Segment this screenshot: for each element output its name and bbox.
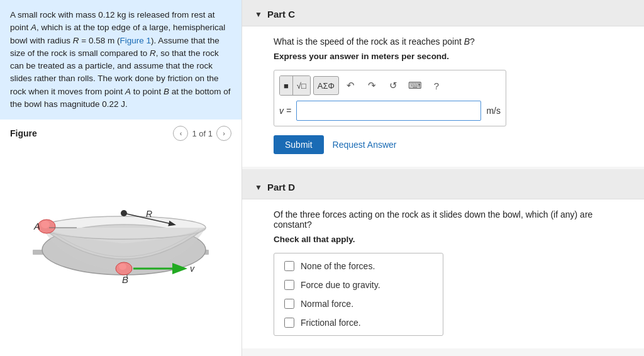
figure-diagram: A R	[14, 146, 228, 284]
check-item-none[interactable]: None of the forces.	[284, 261, 433, 271]
part-c-body: What is the speed of the rock as it reac…	[242, 26, 644, 167]
check-item-friction[interactable]: Frictional force.	[284, 318, 433, 328]
svg-text:R: R	[146, 209, 152, 219]
problem-text-box: A small rock with mass 0.12 kg is releas…	[0, 0, 242, 120]
right-panel: ▼ Part C What is the speed of the rock a…	[242, 0, 644, 356]
part-c-instruction: Express your answer in meters per second…	[274, 52, 631, 61]
reset-btn[interactable]: ↺	[384, 76, 403, 95]
left-panel: A small rock with mass 0.12 kg is releas…	[0, 0, 242, 356]
problem-text: A small rock with mass 0.12 kg is releas…	[10, 10, 230, 109]
variable-label: v =	[279, 106, 291, 116]
part-c-header: ▼ Part C	[242, 0, 644, 26]
part-c-section: ▼ Part C What is the speed of the rock a…	[242, 0, 644, 167]
redo-btn[interactable]: ↷	[363, 76, 382, 95]
figure-nav: ‹ 1 of 1 ›	[173, 126, 231, 141]
matrix-btn[interactable]: ■	[280, 76, 293, 95]
math-toolbar: ■ √□ ΑΣΦ ↶ ↷ ↺ ⌨ ?	[279, 75, 501, 96]
part-c-title: Part C	[267, 9, 295, 19]
request-answer-link[interactable]: Request Answer	[333, 140, 397, 150]
check-label-normal: Normal force.	[301, 299, 353, 309]
checkbox-none[interactable]	[284, 261, 294, 271]
fig-prev-button[interactable]: ‹	[173, 126, 188, 141]
part-c-question: What is the speed of the rock as it reac…	[274, 36, 631, 47]
sqrt-btn[interactable]: √□	[293, 76, 310, 95]
check-label-none: None of the forces.	[301, 261, 375, 271]
greek-btn[interactable]: ΑΣΦ	[313, 76, 339, 95]
fig-counter: 1 of 1	[192, 129, 213, 138]
keyboard-btn[interactable]: ⌨	[406, 76, 425, 95]
diagram-svg: A R	[14, 146, 228, 284]
help-btn[interactable]: ?	[427, 76, 446, 95]
check-item-gravity[interactable]: Force due to gravity.	[284, 280, 433, 290]
figure-area: Figure ‹ 1 of 1 ›	[0, 120, 242, 294]
svg-point-6	[41, 221, 50, 228]
fig-next-button[interactable]: ›	[216, 126, 231, 141]
svg-point-13	[119, 264, 126, 270]
figure-label: Figure	[10, 128, 37, 138]
check-label-friction: Frictional force.	[301, 318, 361, 328]
svg-text:v: v	[190, 264, 195, 274]
part-d-instruction: Check all that apply.	[274, 235, 631, 244]
check-item-normal[interactable]: Normal force.	[284, 299, 433, 309]
math-matrix-group: ■ √□	[279, 75, 311, 96]
figure-link[interactable]: Figure 1	[119, 36, 151, 45]
unit-label: m/s	[486, 106, 501, 116]
part-d-title: Part D	[267, 182, 295, 192]
checkbox-friction[interactable]	[284, 318, 294, 328]
action-row: Submit Request Answer	[274, 135, 631, 154]
part-d-header: ▼ Part D	[242, 173, 644, 199]
part-d-collapse-arrow[interactable]: ▼	[255, 183, 262, 192]
part-d-section: ▼ Part D Of the three forces acting on t…	[242, 173, 644, 348]
undo-btn[interactable]: ↶	[341, 76, 360, 95]
answer-input[interactable]	[296, 101, 481, 121]
svg-text:B: B	[122, 274, 128, 284]
checkbox-group: None of the forces. Force due to gravity…	[274, 253, 443, 336]
part-d-question: Of the three forces acting on the rock a…	[274, 209, 631, 230]
part-c-collapse-arrow[interactable]: ▼	[255, 10, 262, 19]
svg-text:A: A	[33, 221, 40, 231]
checkbox-gravity[interactable]	[284, 280, 294, 290]
math-answer-row: v = m/s	[279, 101, 501, 121]
check-label-gravity: Force due to gravity.	[301, 280, 380, 290]
part-d-body: Of the three forces acting on the rock a…	[242, 199, 644, 348]
figure-header: Figure ‹ 1 of 1 ›	[10, 126, 231, 141]
checkbox-normal[interactable]	[284, 299, 294, 309]
math-input-container: ■ √□ ΑΣΦ ↶ ↷ ↺ ⌨ ? v = m/s	[274, 70, 506, 126]
submit-button[interactable]: Submit	[274, 135, 324, 154]
